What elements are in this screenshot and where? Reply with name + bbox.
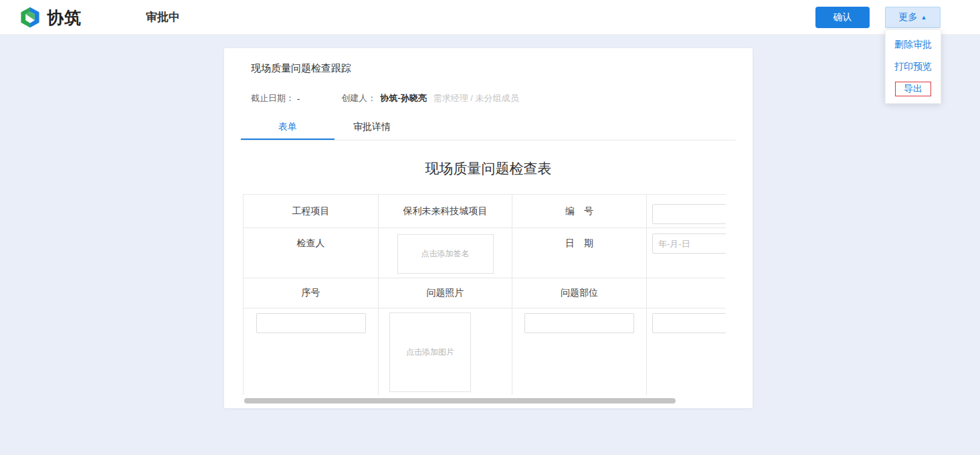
- approval-meta-row: 截止日期： - 创建人： 协筑-孙晓亮 需求经理 / 未分组成员: [251, 92, 519, 104]
- seq-input[interactable]: [256, 313, 366, 333]
- creator-label: 创建人：: [341, 92, 376, 104]
- logo-text: 协筑: [47, 7, 82, 29]
- inspection-form-table: 工程项目 保利未来科技城项目 编 号 检查人 点击添加签名 日 期 序号 问: [243, 194, 726, 395]
- menu-item-delete-approval[interactable]: 删除审批: [886, 33, 941, 56]
- inspector-label-cell: 检查人: [243, 228, 379, 278]
- page-title: 审批中: [146, 0, 180, 35]
- logo-hexagon-icon: [19, 5, 41, 29]
- date-input[interactable]: [652, 234, 726, 254]
- add-signature-button[interactable]: 点击添加签名: [397, 234, 494, 274]
- tab-form[interactable]: 表单: [241, 115, 334, 140]
- deadline-label: 截止日期：: [251, 92, 294, 104]
- project-label-cell: 工程项目: [243, 195, 379, 228]
- more-button[interactable]: 更多 ▲: [885, 7, 941, 28]
- location-input-cell: [512, 308, 647, 395]
- top-bar: 协筑 审批中 确认 更多 ▲ 删除审批 打印预览 导出: [0, 0, 980, 35]
- table-row: 点击添加图片: [243, 308, 726, 395]
- description-column-header: 问题描述: [647, 278, 726, 308]
- approval-title: 现场质量问题检查跟踪: [251, 62, 351, 75]
- more-button-label: 更多: [899, 11, 918, 23]
- project-value-cell: 保利未来科技城项目: [379, 195, 512, 228]
- description-input[interactable]: [652, 313, 726, 333]
- signature-cell: 点击添加签名: [379, 228, 512, 278]
- add-photo-button[interactable]: 点击添加图片: [389, 312, 471, 392]
- more-dropdown-menu: 删除审批 打印预览 导出: [885, 29, 941, 104]
- tab-bar: 表单 审批详情: [241, 115, 409, 140]
- horizontal-scrollbar-thumb[interactable]: [244, 398, 676, 403]
- photo-column-header: 问题照片: [379, 278, 512, 308]
- approval-detail-card: 现场质量问题检查跟踪 截止日期： - 创建人： 协筑-孙晓亮 需求经理 / 未分…: [224, 48, 753, 408]
- app-logo: 协筑: [19, 5, 82, 29]
- creator-tags: 需求经理 / 未分组成员: [433, 92, 519, 104]
- form-table-viewport: 工程项目 保利未来科技城项目 编 号 检查人 点击添加签名 日 期 序号 问: [243, 194, 726, 395]
- number-input-cell: [647, 195, 726, 228]
- date-input-cell: [647, 228, 726, 278]
- creator-name: 协筑-孙晓亮: [380, 92, 426, 104]
- location-column-header: 问题部位: [512, 278, 647, 308]
- table-row: 检查人 点击添加签名 日 期: [243, 228, 726, 278]
- deadline-value: -: [297, 94, 300, 104]
- menu-item-export[interactable]: 导出: [886, 78, 941, 100]
- caret-up-icon: ▲: [921, 15, 927, 21]
- creator-group: 创建人： 协筑-孙晓亮 需求经理 / 未分组成员: [341, 92, 518, 104]
- date-label-cell: 日 期: [512, 228, 647, 278]
- menu-item-label-highlighted: 导出: [895, 82, 931, 96]
- description-input-cell: [647, 308, 726, 395]
- confirm-button[interactable]: 确认: [815, 7, 870, 28]
- number-input[interactable]: [652, 204, 726, 224]
- menu-item-label: 打印预览: [894, 61, 932, 73]
- menu-item-label: 删除审批: [894, 39, 932, 51]
- tab-approval-details[interactable]: 审批详情: [334, 115, 409, 140]
- tabs-divider: [241, 140, 736, 141]
- location-input[interactable]: [524, 313, 634, 333]
- photo-cell: 点击添加图片: [379, 308, 512, 395]
- form-title: 现场质量问题检查表: [224, 159, 753, 178]
- number-label-cell: 编 号: [512, 195, 647, 228]
- menu-item-print-preview[interactable]: 打印预览: [886, 56, 941, 78]
- seq-column-header: 序号: [243, 278, 379, 308]
- table-header-row: 序号 问题照片 问题部位 问题描述: [243, 278, 726, 308]
- table-row: 工程项目 保利未来科技城项目 编 号: [243, 195, 726, 228]
- seq-input-cell: [243, 308, 379, 395]
